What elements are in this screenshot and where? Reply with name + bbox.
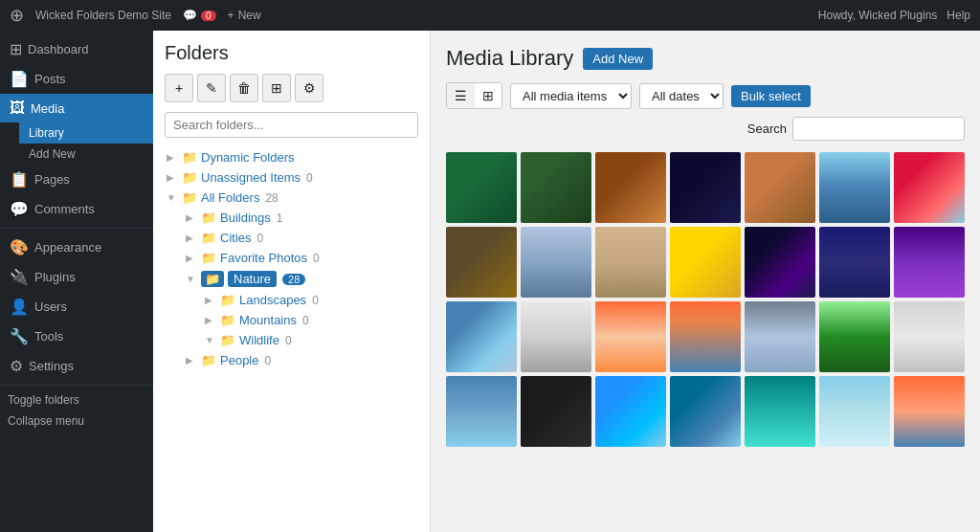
media-item-bluemist[interactable] — [446, 376, 517, 447]
sidebar-item-pages[interactable]: 📋 Pages — [0, 165, 153, 194]
folder-mountains[interactable]: ▶ 📁 Mountains 0 — [203, 310, 418, 330]
media-item-fog[interactable] — [745, 301, 815, 372]
sidebar-item-comments[interactable]: 💬 Comments — [0, 194, 153, 224]
all-folders-item[interactable]: ▼ 📁 All Folders 28 — [165, 188, 418, 208]
admin-bar-help[interactable]: Help — [947, 9, 970, 22]
media-item-elephant[interactable] — [595, 227, 666, 298]
edit-folder-button[interactable]: ✎ — [197, 74, 226, 102]
bulk-select-button[interactable]: Bulk select — [731, 85, 811, 107]
sidebar-item-appearance[interactable]: 🎨 Appearance — [0, 233, 153, 262]
grid-view-button[interactable]: ⊞ — [475, 83, 501, 108]
media-date-filter[interactable]: All dates — [639, 83, 724, 109]
media-header: Media Library Add New — [446, 46, 965, 71]
folder-landscapes[interactable]: ▶ 📁 Landscapes 0 — [203, 290, 418, 310]
media-item-sunflower[interactable] — [670, 227, 741, 298]
folder-icon: 📁 — [220, 333, 235, 347]
sidebar-item-settings[interactable]: ⚙ Settings — [0, 351, 153, 381]
media-item-sunset[interactable] — [595, 301, 666, 372]
media-item-statue[interactable] — [894, 301, 965, 372]
admin-bar-site-name[interactable]: Wicked Folders Demo Site — [35, 9, 171, 22]
chevron-right-icon: ▶ — [167, 152, 178, 163]
media-item-tree[interactable] — [819, 301, 890, 372]
media-item-turtle[interactable] — [446, 152, 517, 223]
sidebar-submenu-addnew[interactable]: Add New — [19, 144, 153, 165]
dynamic-folders-item[interactable]: ▶ 📁 Dynamic Folders — [165, 147, 418, 167]
folder-nature[interactable]: ▼ 📁 Nature 28 — [184, 268, 418, 290]
media-item-darkleaves[interactable] — [521, 376, 591, 447]
sidebar-item-posts[interactable]: 📄 Posts — [0, 64, 153, 94]
folder-icon: 📁 — [182, 190, 197, 205]
media-item-volcano[interactable] — [521, 227, 591, 298]
media-item-wave[interactable] — [595, 376, 666, 447]
admin-bar-comments[interactable]: 💬 0 — [183, 9, 216, 22]
media-item-fox[interactable] — [595, 152, 666, 223]
main-layout: ⊞ Dashboard 📄 Posts 🖼 Media Library Add … — [0, 31, 980, 532]
media-item-galaxy[interactable] — [745, 227, 815, 298]
chevron-right-icon: ▶ — [167, 172, 178, 183]
media-toolbar: ☰ ⊞ All media items All dates Bulk selec… — [446, 82, 965, 141]
media-item-sea[interactable] — [670, 376, 741, 447]
media-item-mountains2[interactable] — [670, 301, 741, 372]
media-item-balloons[interactable] — [819, 376, 890, 447]
media-item-tiger[interactable] — [745, 152, 815, 223]
chevron-down-icon: ▼ — [167, 192, 178, 203]
sidebar-item-media[interactable]: 🖼 Media — [0, 94, 153, 122]
nature-folder-wrap: 📁 — [201, 271, 224, 287]
folder-buildings[interactable]: ▶ 📁 Buildings 1 — [184, 208, 418, 228]
media-item-flowers[interactable] — [894, 152, 965, 223]
delete-folder-button[interactable]: 🗑 — [230, 74, 258, 102]
folder-count-wildlife: 0 — [285, 334, 292, 347]
sidebar-item-label: Media — [31, 101, 64, 116]
media-item-teal[interactable] — [745, 376, 815, 447]
add-folder-button[interactable]: + — [165, 74, 193, 102]
admin-bar-greeting: Howdy, Wicked Plugins — [818, 9, 938, 22]
sidebar-item-label: Pages — [34, 172, 70, 187]
media-item-bird[interactable] — [521, 152, 591, 223]
tools-icon: 🔧 — [10, 327, 29, 345]
unassigned-items-item[interactable]: ▶ 📁 Unassigned Items 0 — [165, 167, 418, 188]
wp-logo-icon: ⊕ — [10, 5, 24, 26]
sidebar-item-label: Users — [34, 299, 67, 314]
media-item-bird2[interactable] — [819, 227, 890, 298]
chevron-right-icon: ▶ — [186, 233, 197, 243]
toggle-folders[interactable]: Toggle folders — [0, 389, 153, 410]
media-submenu: Library Add New — [0, 122, 153, 165]
admin-bar-new[interactable]: + New — [228, 9, 261, 22]
add-subfolder-button[interactable]: ⊞ — [262, 74, 291, 102]
search-folders-input[interactable] — [165, 112, 418, 138]
media-item-abstract[interactable] — [670, 152, 741, 223]
media-item-thumbnail — [745, 301, 815, 372]
folder-name-landscapes: Landscapes — [239, 293, 306, 307]
media-item-snowmountain[interactable] — [521, 301, 591, 372]
media-item-owl[interactable] — [446, 227, 517, 298]
folder-cities[interactable]: ▶ 📁 Cities 0 — [184, 228, 418, 248]
folder-people[interactable]: ▶ 📁 People 0 — [184, 350, 418, 370]
sidebar-item-tools[interactable]: 🔧 Tools — [0, 321, 153, 351]
sidebar-item-dashboard[interactable]: ⊞ Dashboard — [0, 34, 153, 64]
add-new-button[interactable]: Add New — [583, 48, 653, 70]
media-item-thumbnail — [819, 227, 890, 298]
collapse-menu[interactable]: Collapse menu — [0, 410, 153, 432]
search-input[interactable] — [792, 117, 965, 141]
media-type-filter[interactable]: All media items — [510, 83, 632, 109]
folder-name-wildlife: Wildlife — [239, 333, 279, 347]
folder-favorite-photos[interactable]: ▶ 📁 Favorite Photos 0 — [184, 248, 418, 268]
media-item-sunset2[interactable] — [894, 376, 965, 447]
media-item-thumbnail — [894, 152, 965, 223]
folder-wildlife[interactable]: ▼ 📁 Wildlife 0 — [203, 330, 418, 350]
sidebar-item-users[interactable]: 👤 Users — [0, 292, 153, 321]
media-item-snowflake[interactable] — [446, 301, 517, 372]
media-item-thumbnail — [670, 152, 741, 223]
media-library-title: Media Library — [446, 46, 573, 71]
comments-icon: 💬 — [10, 200, 29, 218]
list-view-button[interactable]: ☰ — [447, 83, 475, 108]
nature-children: ▶ 📁 Landscapes 0 ▶ 📁 Mountains 0 — [184, 290, 418, 350]
media-item-purple[interactable] — [894, 227, 965, 298]
sidebar-submenu-library[interactable]: Library — [19, 122, 153, 144]
folder-settings-button[interactable]: ⚙ — [295, 74, 323, 102]
sidebar-item-plugins[interactable]: 🔌 Plugins — [0, 262, 153, 292]
plugins-icon: 🔌 — [10, 268, 29, 286]
folder-count-buildings: 1 — [277, 211, 283, 225]
media-item-mountain1[interactable] — [819, 152, 890, 223]
search-label: Search — [747, 122, 787, 136]
